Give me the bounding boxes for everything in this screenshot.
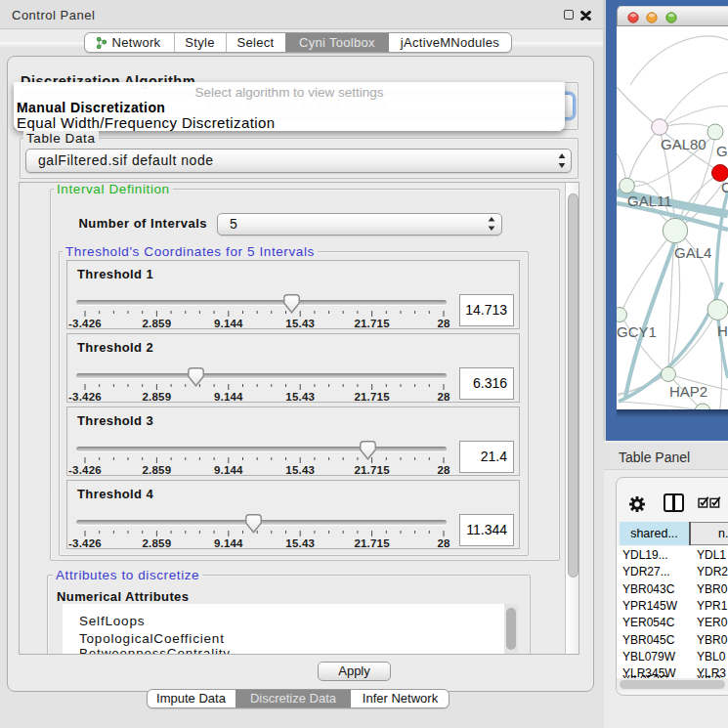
svg-text:GAL80: GAL80 bbox=[661, 136, 707, 152]
svg-text:GCY1: GCY1 bbox=[617, 323, 657, 340]
svg-text:H: H bbox=[717, 322, 728, 339]
svg-text:GAL11: GAL11 bbox=[627, 193, 672, 209]
svg-text:HAP2: HAP2 bbox=[669, 383, 707, 400]
svg-text:C: C bbox=[721, 179, 728, 195]
svg-text:GAL4: GAL4 bbox=[674, 244, 711, 261]
svg-text:GA: GA bbox=[716, 143, 728, 159]
